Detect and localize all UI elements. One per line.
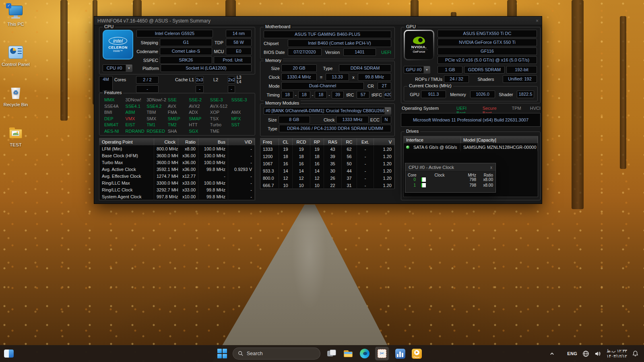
sspec-value: SRK26 <box>160 56 212 64</box>
recycle-bin-icon: ♻ <box>8 85 24 101</box>
cpu-feature: RDRAND <box>126 129 147 134</box>
cpu-feature: TSX <box>210 116 231 121</box>
cpu-feature: Turbo <box>210 122 231 128</box>
memory-group: Memory Size 20 GB Type DDR4 SDRAM Clock … <box>260 61 395 101</box>
media-player-button[interactable]: Player <box>411 348 422 359</box>
cache-l1-label: Cache L1 <box>160 77 194 82</box>
module-type-label: Type <box>264 126 277 131</box>
cr-value: 2T <box>378 82 391 90</box>
start-button[interactable] <box>217 349 227 359</box>
drives-header: Interface Model [Capacity] <box>404 136 538 144</box>
gpu-vram-value: 1 GB <box>438 66 462 74</box>
memory-timings-row: 1333 19 19 19 43 62 - 1.20 <box>260 146 394 153</box>
edge-button[interactable] <box>359 348 370 359</box>
cpu-feature: AMX <box>231 110 252 115</box>
cpu-selector-dropdown[interactable]: CPU #0 ▼ <box>103 64 132 72</box>
cpu-feature: RDSEED <box>147 129 168 134</box>
screen: ✓ This PC Control Panel ♻ Recycle Bin TE… <box>0 0 644 362</box>
l2-dash: - <box>228 85 235 93</box>
cpu-feature: SSE <box>168 97 189 103</box>
popup-title: CPU #0 - Active Clock <box>409 165 454 170</box>
shader-clock-value: 1822.5 <box>517 90 534 98</box>
tray-chevron-up-icon[interactable] <box>549 351 555 356</box>
ecc-label: ECC <box>370 117 380 122</box>
memory-legend: Memory <box>264 58 283 63</box>
motherboard-model-value: ASUS TUF GAMING B460-PLUS <box>264 31 391 38</box>
operating-point-row: Turbo Max 3600.0 MHz x36.00 100.0 MHz - <box>99 159 255 166</box>
timing-t2: 18 <box>298 91 310 99</box>
cores-value: 2 / 2 <box>136 76 159 84</box>
cpu-feature: TME <box>210 129 231 134</box>
nvidia-eye-icon <box>413 37 425 44</box>
widgets-button[interactable] <box>4 350 14 358</box>
cpu-group-legend: CPU <box>103 24 115 29</box>
gpu-selector-dropdown[interactable]: GPU #0 ▼ <box>404 66 430 74</box>
file-explorer-button[interactable] <box>343 348 353 359</box>
popup-titlebar[interactable]: CPU #0 - Active Clock x <box>405 163 495 172</box>
snipping-tool-button-active[interactable]: ✂ <box>375 347 389 360</box>
current-clocks-group: Current Clocks (MHz) GPU 911.3 Memory 10… <box>404 86 538 101</box>
gpu-vram-type-value: GDDR5 SDRAM <box>464 66 505 74</box>
stepping-value: G1 <box>160 39 212 46</box>
chevron-down-icon[interactable]: ▼ <box>423 66 430 73</box>
snipping-tool-icon: ✂ <box>378 349 386 358</box>
window-titlebar[interactable]: HWiNFO64 v7.16-4650 @ ASUS - System Summ… <box>94 16 542 25</box>
features-legend: Features <box>103 90 123 95</box>
cpu-feature: VMX <box>126 116 147 121</box>
tree-trunk <box>620 16 626 169</box>
cpu-feature: SHA <box>168 129 189 134</box>
language-indicator[interactable]: ENG <box>567 351 577 356</box>
cpu-feature: ADX <box>189 110 210 115</box>
gpu-chip-value: GF116 <box>438 47 537 55</box>
cpu-feature <box>231 129 252 134</box>
core-clock-bar <box>421 183 426 188</box>
l3-l4-label: L3L4 <box>237 75 257 84</box>
cpu-process-value: 14 nm <box>226 30 252 37</box>
gpu-name-value: NVIDIA GeForce GTX 550 Ti <box>438 39 537 46</box>
notification-bell-icon[interactable] <box>632 350 638 357</box>
chevron-down-icon[interactable]: ▼ <box>126 65 132 72</box>
desktop-icon-recycle-bin[interactable]: ♻ Recycle Bin <box>0 85 31 107</box>
trfc-label: tRFC <box>371 93 382 97</box>
speaker-icon[interactable] <box>594 350 601 357</box>
gpu-legend: GPU <box>405 24 417 29</box>
operating-point-header: Operating Point Clock Ratio Bus VID <box>99 138 255 146</box>
popup-close-icon[interactable]: x <box>490 163 492 172</box>
taskbar: Search ✂ Player <box>0 345 644 362</box>
platform-value: Socket H (LGA1200) <box>161 64 252 72</box>
bios-date-value: 07/27/2020 <box>288 48 322 56</box>
desktop-icon-this-pc[interactable]: ✓ This PC <box>0 5 31 27</box>
memory-size-label: Size <box>264 66 280 71</box>
gpu-bus-width-value: 192-bit <box>506 66 537 74</box>
edge-icon <box>360 349 369 358</box>
hwinfo-button[interactable] <box>395 348 405 359</box>
chevron-down-icon[interactable]: ▼ <box>384 107 391 114</box>
bios-version-value: 1401 <box>343 48 376 56</box>
motherboard-legend: Motherboard <box>264 24 292 29</box>
media-player-icon: Player <box>412 349 422 359</box>
popup-header: Core Clock MHz Ratio <box>405 172 495 177</box>
cpu-feature: SSE4.1 <box>126 104 147 109</box>
memory-type-label: Type <box>318 66 337 71</box>
network-globe-icon[interactable] <box>582 350 589 357</box>
memory-module-selector-dropdown[interactable]: #0 [BANK 0/ChannelA-DIMM1]: Crucial Tech… <box>264 107 391 115</box>
cpu-feature: SSSE-3 <box>231 97 252 103</box>
tdp-value: 58 W <box>226 39 252 46</box>
search-box[interactable]: Search <box>233 348 320 360</box>
sspec-label: SSPEC <box>136 58 158 63</box>
desktop-icon-control-panel[interactable]: Control Panel <box>0 45 31 67</box>
timing-t4: 39 <box>332 91 344 99</box>
desktop-icon-test-folder[interactable]: TEST <box>0 125 31 147</box>
cpu-name-value: Intel Celeron G5925 <box>136 30 213 37</box>
cpu-group: CPU intel CELERON inside™ Intel Celeron … <box>99 27 255 74</box>
this-pc-icon: ✓ <box>8 5 24 20</box>
cpu-feature: SSE-3 <box>210 97 231 103</box>
cpu-feature: DEP <box>104 116 126 121</box>
operating-point-row: Ring/LLC Max 3300.0 MHz x33.00 100.0 MHz… <box>99 180 255 187</box>
stepping-label: Stepping <box>136 40 158 45</box>
memory-size-value: 20 GB <box>281 64 317 72</box>
close-icon[interactable]: × <box>536 16 539 25</box>
task-view-button[interactable] <box>326 348 337 359</box>
chipset-label: Chipset <box>264 41 286 46</box>
tray-clock[interactable]: ۱۲:۳۳ ب.ظ ۱۴۰۳/۱۲/۱۲ <box>607 348 627 359</box>
